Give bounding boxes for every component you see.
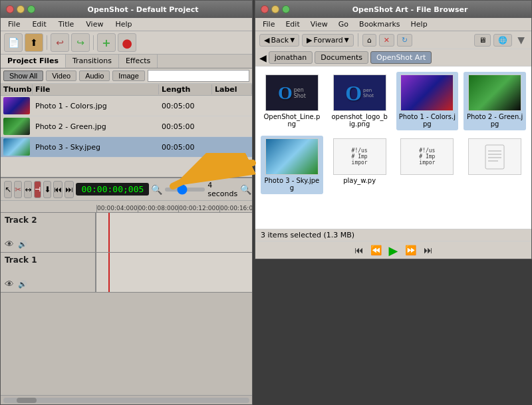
eye-icon[interactable]: 👁: [5, 279, 14, 289]
tab-effects[interactable]: Effects: [119, 55, 158, 68]
list-item[interactable]: Photo 2 - Green.jpg: [464, 72, 526, 130]
track-2-body[interactable]: [96, 213, 252, 252]
list-item[interactable]: Photo 3 - Sky.jpeg: [261, 136, 323, 194]
play-button[interactable]: ▶: [387, 243, 400, 257]
undo-button[interactable]: ↩: [51, 33, 69, 52]
filter-video[interactable]: Video: [46, 70, 76, 81]
scrollbar-thumb[interactable]: [17, 398, 37, 403]
playhead: [108, 213, 110, 252]
filter-image[interactable]: Image: [112, 70, 145, 81]
table-row[interactable]: Photo 3 - Sky.jpeg 00:05:00: [1, 137, 252, 158]
menu-file[interactable]: File: [6, 19, 22, 29]
browser-menu-help[interactable]: Help: [409, 19, 430, 29]
back-chevron: ▼: [290, 37, 295, 43]
breadcrumb-openshot-art[interactable]: OpenShot Art: [370, 51, 432, 64]
home-icon: ⌂: [367, 36, 372, 45]
skip-end-button[interactable]: ⏭: [422, 243, 435, 257]
main-window: OpenShot - Default Project File Edit Tit…: [0, 0, 253, 405]
file-length: 00:05:00: [159, 142, 212, 153]
new-project-button[interactable]: 📄: [4, 33, 23, 52]
add-button[interactable]: +: [97, 33, 116, 52]
audio-icon[interactable]: 🔊: [18, 240, 27, 249]
filter-audio[interactable]: Audio: [79, 70, 110, 81]
scrollbar-track[interactable]: [3, 398, 249, 403]
move-tool[interactable]: ↔: [24, 181, 32, 198]
file-thumbnail: [468, 138, 521, 175]
browser-menu-view[interactable]: View: [309, 19, 330, 29]
breadcrumb-documents[interactable]: Documents: [315, 51, 368, 64]
filter-input[interactable]: [148, 70, 249, 82]
prev-frame-button[interactable]: ⏪: [370, 243, 383, 257]
col-file: File: [33, 84, 159, 94]
stop-button[interactable]: ✕: [379, 34, 394, 47]
zoom-in-icon[interactable]: 🔍: [240, 184, 251, 195]
redo-button[interactable]: ↪: [71, 33, 90, 52]
timeline-scrollbar[interactable]: [1, 395, 252, 404]
network-icon: 🌐: [498, 36, 507, 45]
record-button[interactable]: ●: [118, 33, 136, 52]
open-button[interactable]: ⬆: [25, 33, 43, 52]
breadcrumb-jonathan[interactable]: jonathan: [269, 51, 313, 64]
browser-status-bar: 3 items selected (1.3 MB): [255, 229, 531, 241]
window-controls: [6, 5, 35, 13]
filter-show-all[interactable]: Show All: [3, 70, 43, 81]
menu-view[interactable]: View: [84, 19, 105, 29]
import-tool[interactable]: ⬇: [43, 181, 51, 198]
list-item[interactable]: O penShot openshot_logo_big.png: [329, 72, 391, 130]
list-item[interactable]: [464, 136, 526, 194]
browser-menu-edit[interactable]: Edit: [283, 19, 301, 29]
file-name: Photo 1 - Colors.jpg: [33, 100, 159, 112]
ruler-ticks: 00:00:04:000 00:00:08:000 00:00:12:000 0…: [96, 201, 241, 212]
main-toolbar: 📄 ⬆ ↩ ↪ + ●: [1, 31, 252, 55]
browser-menu-go[interactable]: Go: [336, 19, 350, 29]
tab-transitions[interactable]: Transitions: [66, 55, 119, 68]
snap-tool[interactable]: ⊣: [34, 181, 41, 198]
svg-rect-0: [485, 145, 504, 169]
filter-bar: Show All Video Audio Image: [1, 68, 252, 84]
list-item[interactable]: #!/us# Impimpor play_w.py: [329, 136, 391, 194]
back-button[interactable]: ◀ Back ▼: [259, 34, 299, 47]
list-item[interactable]: O penShot OpenShot_Line.png: [261, 72, 323, 130]
main-title-bar: OpenShot - Default Project: [1, 1, 252, 18]
end-marker[interactable]: ⏭: [65, 181, 74, 198]
tabs-bar: Project Files Transitions Effects: [1, 55, 252, 68]
minimize-button[interactable]: [17, 5, 25, 13]
start-marker[interactable]: ⏮: [53, 181, 63, 198]
menu-title[interactable]: Title: [57, 19, 76, 29]
playhead: [108, 253, 110, 292]
eye-icon[interactable]: 👁: [5, 239, 14, 249]
zoom-slider[interactable]: [165, 188, 205, 192]
next-frame-button[interactable]: ⏩: [404, 243, 418, 257]
forward-button[interactable]: ▶ Forward ▼: [302, 34, 354, 47]
maximize-button[interactable]: [27, 5, 35, 13]
audio-icon[interactable]: 🔊: [18, 280, 27, 289]
browser-maximize-button[interactable]: [282, 5, 290, 13]
close-button[interactable]: [6, 5, 14, 13]
menu-edit[interactable]: Edit: [30, 19, 48, 29]
skip-start-button[interactable]: ⏮: [352, 243, 366, 257]
browser-minimize-button[interactable]: [271, 5, 279, 13]
network-button[interactable]: 🌐: [493, 34, 512, 47]
timeline-toolbar: ↖ ✂ ↔ ⊣ ⬇ ⏮ ⏭ 00:00:00;005 🔍 4 seconds 🔍: [1, 177, 252, 201]
menu-help[interactable]: Help: [113, 19, 134, 29]
list-item[interactable]: Photo 1 - Colors.jpg: [396, 72, 459, 130]
bc-arrow-left[interactable]: ◀: [259, 53, 267, 63]
table-row[interactable]: Photo 2 - Green.jpg 00:05:00: [1, 116, 252, 137]
pointer-tool[interactable]: ↖: [4, 181, 12, 198]
track-1-body[interactable]: [96, 253, 252, 292]
file-table: Thumb File Length Label Photo 1 - Colors…: [1, 84, 252, 177]
tab-project-files[interactable]: Project Files: [1, 55, 66, 68]
computer-button[interactable]: 🖥: [474, 34, 491, 47]
file-length: 00:05:00: [159, 121, 212, 132]
cut-tool[interactable]: ✂: [14, 181, 22, 198]
zoom-out-icon[interactable]: 🔍: [151, 184, 162, 195]
browser-close-button[interactable]: [261, 5, 269, 13]
list-item[interactable]: #!/us# Impimpor: [396, 136, 459, 194]
refresh-button[interactable]: ↻: [397, 34, 412, 47]
file-grid-label: openshot_logo_big.png: [331, 113, 388, 128]
home-button[interactable]: ⌂: [362, 34, 376, 47]
table-row[interactable]: Photo 1 - Colors.jpg 00:05:00: [1, 96, 252, 116]
browser-menu-file[interactable]: File: [261, 19, 277, 29]
browser-menu-bookmarks[interactable]: Bookmarks: [357, 19, 402, 29]
more-options-button[interactable]: ▼: [515, 33, 527, 47]
